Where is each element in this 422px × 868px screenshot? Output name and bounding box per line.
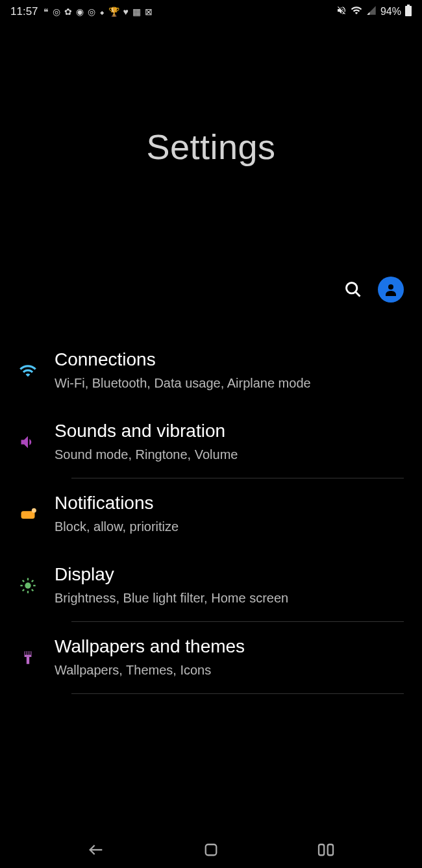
instagram-icon: ◎ [53, 6, 60, 17]
wifi-status-icon [351, 5, 362, 19]
profile-button[interactable] [378, 277, 404, 303]
svg-line-12 [23, 580, 24, 582]
settings-item-wallpapers[interactable]: Wallpapers and themes Wallpapers, Themes… [0, 622, 422, 693]
instagram-icon-2: ◎ [88, 6, 95, 17]
accessibility-icon: ✿ [64, 6, 72, 17]
settings-list: Connections Wi-Fi, Bluetooth, Data usage… [0, 322, 422, 707]
status-left: 11:57 ❝ ◎ ✿ ◉ ◎ ⬥ 🏆 ♥ ▦ ⊠ [10, 5, 153, 18]
settings-item-connections[interactable]: Connections Wi-Fi, Bluetooth, Data usage… [0, 335, 422, 406]
item-text: Sounds and vibration Sound mode, Rington… [55, 421, 404, 464]
settings-item-display[interactable]: Display Brightness, Blue light filter, H… [0, 550, 422, 621]
item-text: Wallpapers and themes Wallpapers, Themes… [55, 636, 404, 679]
header: Settings [0, 23, 422, 270]
mute-icon [336, 5, 347, 18]
nav-bar [0, 832, 422, 868]
trophy-icon: 🏆 [108, 6, 119, 17]
svg-rect-18 [27, 651, 29, 654]
svg-point-4 [388, 284, 393, 290]
image-icon: ▦ [132, 6, 141, 17]
quote-icon: ❝ [43, 6, 49, 17]
wifi-icon [18, 361, 38, 380]
item-subtitle: Wallpapers, Themes, Icons [55, 661, 404, 679]
item-text: Display Brightness, Blue light filter, H… [55, 564, 404, 607]
close-icon: ⊠ [145, 6, 153, 17]
status-bar: 11:57 ❝ ◎ ✿ ◉ ◎ ⬥ 🏆 ♥ ▦ ⊠ 94% [0, 0, 422, 23]
settings-item-sounds[interactable]: Sounds and vibration Sound mode, Rington… [0, 406, 422, 478]
divider [71, 693, 404, 694]
svg-line-13 [32, 589, 33, 591]
item-text: Connections Wi-Fi, Bluetooth, Data usage… [55, 349, 404, 392]
svg-line-14 [23, 589, 24, 591]
display-icon [18, 576, 38, 595]
svg-point-6 [32, 508, 36, 513]
item-text: Notifications Block, allow, prioritize [55, 493, 404, 536]
svg-line-3 [356, 292, 360, 297]
svg-rect-22 [206, 845, 217, 856]
sound-icon [18, 432, 38, 452]
nav-back-button[interactable] [83, 837, 109, 863]
svg-line-15 [32, 580, 33, 582]
settings-item-notifications[interactable]: Notifications Block, allow, prioritize [0, 478, 422, 550]
page-title: Settings [146, 127, 275, 167]
nav-recents-button[interactable] [313, 837, 339, 863]
item-title: Sounds and vibration [55, 421, 404, 441]
battery-icon [405, 5, 412, 19]
location-icon: ⬥ [99, 6, 105, 17]
svg-rect-19 [29, 651, 31, 654]
svg-rect-5 [21, 511, 35, 519]
item-title: Connections [55, 349, 404, 370]
svg-rect-23 [319, 845, 324, 856]
wallpaper-icon [18, 648, 38, 667]
action-bar [0, 270, 422, 322]
item-title: Wallpapers and themes [55, 636, 404, 657]
status-right: 94% [336, 5, 412, 19]
heart-icon: ♥ [123, 6, 129, 17]
item-subtitle: Brightness, Blue light filter, Home scre… [55, 589, 404, 607]
svg-rect-20 [27, 657, 29, 664]
item-subtitle: Sound mode, Ringtone, Volume [55, 445, 404, 464]
status-notification-icons: ❝ ◎ ✿ ◉ ◎ ⬥ 🏆 ♥ ▦ ⊠ [43, 6, 153, 17]
signal-icon [366, 5, 377, 18]
svg-rect-17 [25, 651, 27, 654]
item-title: Display [55, 564, 404, 585]
item-title: Notifications [55, 493, 404, 514]
svg-rect-24 [327, 845, 332, 856]
svg-rect-0 [407, 5, 410, 6]
svg-point-2 [347, 283, 357, 293]
search-button[interactable] [344, 280, 362, 299]
nav-home-button[interactable] [198, 837, 224, 863]
svg-point-7 [25, 582, 31, 588]
battery-percentage: 94% [380, 6, 401, 18]
svg-rect-1 [405, 6, 412, 16]
item-subtitle: Wi-Fi, Bluetooth, Data usage, Airplane m… [55, 374, 404, 392]
item-subtitle: Block, allow, prioritize [55, 517, 404, 536]
status-time: 11:57 [10, 5, 38, 18]
chrome-icon: ◉ [76, 6, 84, 17]
notifications-icon [18, 504, 38, 524]
